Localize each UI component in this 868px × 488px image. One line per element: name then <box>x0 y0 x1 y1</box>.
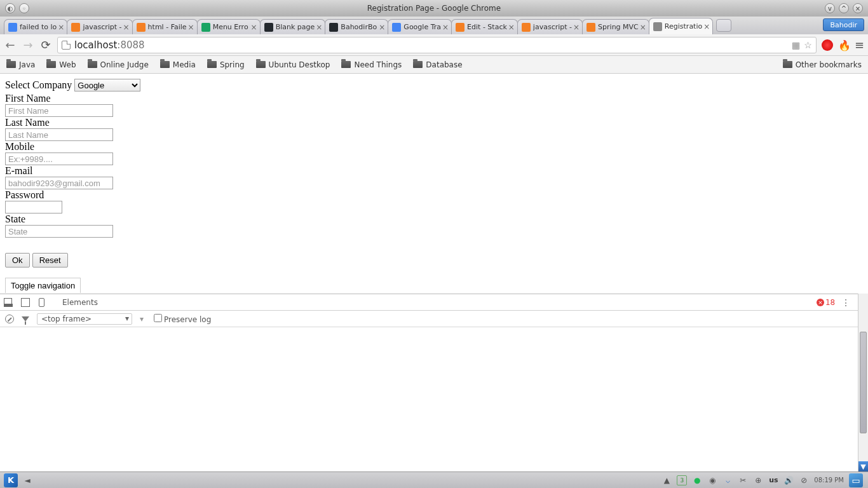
select-company-label: Select Company <box>5 79 72 90</box>
tab-close-icon[interactable]: × <box>442 23 449 32</box>
tab-close-icon[interactable]: × <box>123 23 130 32</box>
minimize-button[interactable]: v <box>825 3 835 13</box>
url-bar[interactable]: localhost:8088 ▦ ☆ <box>57 37 817 53</box>
browser-tab[interactable]: javascript -× <box>517 19 583 34</box>
folder-icon <box>341 61 351 68</box>
browser-tab[interactable]: BahodirBo× <box>325 19 388 34</box>
reset-button[interactable]: Reset <box>32 253 68 268</box>
taskbar-prev-icon[interactable]: ◄ <box>22 475 33 486</box>
tab-close-icon[interactable]: × <box>251 23 257 32</box>
clock[interactable]: 08:19 PM <box>814 477 844 484</box>
folder-icon <box>256 61 266 68</box>
bluetooth-icon[interactable]: ⌵ <box>722 475 733 485</box>
browser-tab[interactable]: Blank page× <box>260 19 326 34</box>
back-button[interactable]: ← <box>4 39 17 51</box>
keyboard-layout[interactable]: us <box>768 475 778 485</box>
browser-tab[interactable]: Google Tra× <box>388 19 452 34</box>
site-info-icon[interactable] <box>62 41 71 50</box>
inspect-element-icon[interactable] <box>21 298 30 307</box>
error-count-badge[interactable]: ×18 <box>817 298 835 307</box>
show-desktop-button[interactable]: ▭ <box>849 473 863 487</box>
devtools-tab-elements[interactable]: Elements <box>62 294 98 311</box>
tab-close-icon[interactable]: × <box>316 23 322 32</box>
battery-icon[interactable]: 3 <box>677 475 687 485</box>
state-input[interactable] <box>5 225 113 238</box>
last-name-input[interactable] <box>5 128 113 141</box>
tab-close-icon[interactable]: × <box>703 22 710 31</box>
spotify-tray-icon[interactable]: ● <box>692 475 702 485</box>
clear-console-icon[interactable] <box>5 315 14 323</box>
console-output[interactable] <box>0 327 868 471</box>
forward-button[interactable]: → <box>22 39 34 51</box>
ok-button[interactable]: Ok <box>5 253 30 268</box>
bookmark-folder[interactable]: Spring <box>207 60 245 69</box>
bookmark-folder[interactable]: Web <box>46 60 76 69</box>
kde-start-button[interactable]: K <box>4 473 18 487</box>
bookmark-folder[interactable]: Need Things <box>341 60 402 69</box>
new-tab-button[interactable] <box>716 19 731 32</box>
notifications-icon[interactable]: ⊘ <box>799 475 809 485</box>
bookmark-folder[interactable]: Database <box>413 60 462 69</box>
folder-icon <box>46 61 56 68</box>
opera-extension-icon[interactable] <box>822 39 833 51</box>
first-name-input[interactable] <box>5 104 113 117</box>
bookmark-folder[interactable]: Ubuntu Destkop <box>256 60 330 69</box>
favicon-icon <box>587 23 595 32</box>
scrollbar-thumb[interactable] <box>860 332 867 433</box>
tab-label: failed to lo <box>20 23 57 31</box>
clipboard-icon[interactable]: ✂ <box>738 475 748 485</box>
system-tray: ▲ 3 ● ◉ ⌵ ✂ ⊕ us 🔊 ⊘ 08:19 PM ▭ <box>661 473 868 487</box>
other-bookmarks[interactable]: Other bookmarks <box>783 60 862 69</box>
browser-tab[interactable]: failed to lo× <box>4 19 67 34</box>
volume-icon[interactable]: 🔊 <box>783 475 794 485</box>
folder-icon <box>783 61 792 68</box>
preserve-log-checkbox[interactable]: Preserve log <box>151 314 211 324</box>
favicon-icon <box>201 23 210 32</box>
tab-close-icon[interactable]: × <box>379 23 385 32</box>
favicon-icon <box>329 23 338 32</box>
tab-close-icon[interactable]: × <box>640 23 646 32</box>
browser-tab[interactable]: Menu Erro× <box>197 19 261 34</box>
profile-chip[interactable]: Bahodir <box>823 18 864 31</box>
email-input[interactable] <box>5 177 113 189</box>
extension-icon[interactable]: 🔥 <box>838 39 850 51</box>
browser-tab[interactable]: Registratio× <box>649 18 713 34</box>
favicon-icon <box>522 23 531 32</box>
app-menu-icon[interactable]: ◐ <box>5 3 15 13</box>
scroll-down-icon[interactable]: ▼ <box>858 461 868 471</box>
maximize-button[interactable]: ^ <box>839 3 849 13</box>
translate-icon[interactable]: ▦ <box>792 40 800 50</box>
dock-side-icon[interactable] <box>4 298 12 306</box>
browser-tab[interactable]: Edit - Stack× <box>451 19 518 34</box>
close-button[interactable]: × <box>853 3 863 13</box>
pin-icon[interactable]: ◦ <box>19 3 29 13</box>
chrome-menu-icon[interactable]: ≡ <box>855 38 864 51</box>
bookmark-folder[interactable]: Online Judge <box>88 60 149 69</box>
bookmark-star-icon[interactable]: ☆ <box>804 40 812 50</box>
device-mode-icon[interactable] <box>39 298 44 307</box>
chrome-tray-icon[interactable]: ◉ <box>707 475 717 485</box>
browser-tab[interactable]: javascript -× <box>67 19 132 34</box>
network-icon[interactable]: ⊕ <box>753 475 763 485</box>
bookmark-folder[interactable]: Java <box>6 60 35 69</box>
tab-label: javascript - <box>533 23 572 31</box>
reload-button[interactable]: ⟳ <box>39 39 52 51</box>
browser-tab[interactable]: html - Faile× <box>132 19 198 34</box>
tab-close-icon[interactable]: × <box>188 23 194 32</box>
tab-close-icon[interactable]: × <box>508 23 515 32</box>
tab-close-icon[interactable]: × <box>58 23 64 32</box>
devtools-menu-icon[interactable]: ⋮ <box>841 297 850 308</box>
toggle-navigation-button[interactable]: Toggle navigation <box>5 278 81 293</box>
company-select[interactable]: Google <box>74 79 140 92</box>
mobile-input[interactable] <box>5 152 113 165</box>
tab-label: Menu Erro <box>213 23 250 31</box>
tab-close-icon[interactable]: × <box>573 23 580 32</box>
browser-tab[interactable]: Spring MVC× <box>582 19 649 34</box>
frame-selector[interactable]: <top frame> <box>37 313 132 325</box>
bookmark-folder[interactable]: Media <box>160 60 196 69</box>
devtools-scrollbar[interactable]: ▼ <box>858 294 868 471</box>
tray-expand-icon[interactable]: ▲ <box>661 475 672 485</box>
browser-toolbar: ← → ⟳ localhost:8088 ▦ ☆ 🔥 ≡ <box>0 34 868 56</box>
password-input[interactable] <box>5 201 62 214</box>
filter-icon[interactable] <box>22 316 29 322</box>
